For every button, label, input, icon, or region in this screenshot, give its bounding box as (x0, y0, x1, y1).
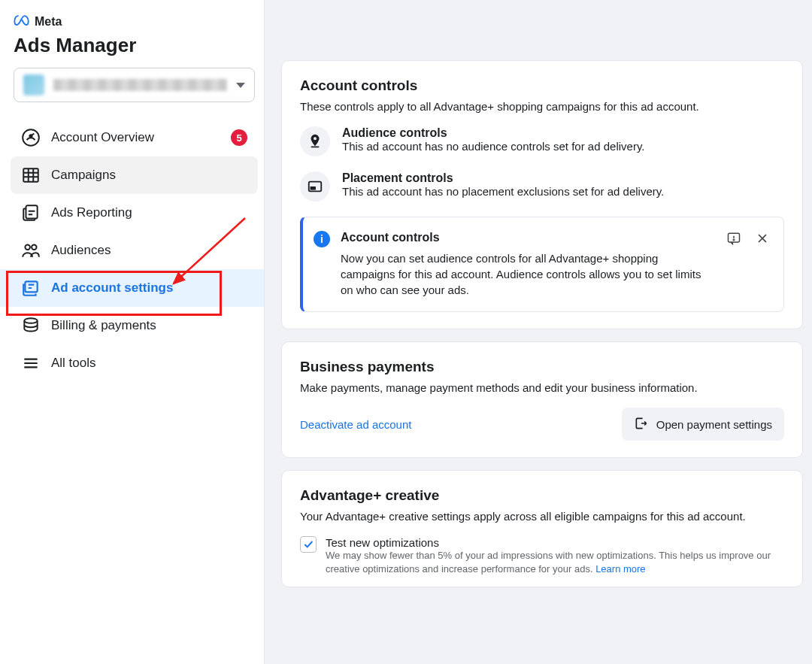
account-name-redacted (53, 79, 227, 91)
row-desc: This ad account has no audience controls… (342, 140, 784, 153)
close-icon[interactable] (755, 231, 770, 248)
main: Account controls These controls apply to… (265, 0, 812, 664)
brand-name: Meta (35, 15, 62, 29)
svg-rect-2 (23, 168, 38, 181)
business-payments-card: Business payments Make payments, manage … (281, 341, 803, 458)
feedback-icon[interactable] (726, 231, 741, 248)
row-desc: This ad account has no placement exclusi… (342, 185, 784, 198)
checkbox-label: Test new optimizations (326, 536, 784, 549)
sidebar-item-label: Ads Reporting (51, 205, 132, 220)
external-icon (634, 416, 649, 433)
nav-badge: 5 (231, 129, 247, 146)
svg-rect-10 (311, 187, 316, 189)
sidebar-item-account-overview[interactable]: Account Overview 5 (11, 119, 258, 156)
info-title: Account controls (341, 231, 716, 244)
open-payment-settings-button[interactable]: Open payment settings (622, 408, 784, 441)
checkbox-desc: We may show fewer than 5% of your ad imp… (326, 549, 784, 576)
app-title: Ads Manager (14, 34, 255, 57)
svg-rect-6 (25, 281, 37, 292)
gauge-icon (21, 128, 41, 147)
sidebar-item-label: Audiences (51, 243, 111, 258)
sidebar-item-label: All tools (51, 356, 96, 371)
card-subtitle: These controls apply to all Advantage+ s… (300, 100, 784, 113)
card-title: Account controls (300, 77, 784, 94)
learn-more-link[interactable]: Learn more (595, 563, 645, 575)
svg-rect-3 (26, 205, 38, 218)
svg-point-7 (24, 318, 37, 323)
sidebar-item-audiences[interactable]: Audiences (11, 232, 258, 269)
card-subtitle: Your Advantage+ creative settings apply … (300, 510, 784, 523)
checkbox-checked[interactable] (300, 536, 317, 553)
sidebar-item-all-tools[interactable]: All tools (11, 344, 258, 382)
svg-point-5 (32, 244, 37, 250)
people-icon (21, 241, 41, 260)
row-title: Audience controls (342, 126, 784, 140)
svg-rect-8 (311, 146, 320, 147)
sidebar-item-label: Campaigns (51, 168, 116, 183)
card-subtitle: Make payments, manage payment methods an… (300, 381, 784, 394)
coins-icon (21, 316, 41, 335)
svg-point-12 (733, 239, 734, 240)
account-controls-card: Account controls These controls apply to… (281, 60, 803, 329)
sidebar-item-campaigns[interactable]: Campaigns (11, 156, 258, 194)
deactivate-account-link[interactable]: Deactivate ad account (300, 418, 411, 431)
card-title: Business payments (300, 359, 784, 375)
nav: Account Overview 5 Campaigns Ads Reporti… (11, 119, 258, 382)
audience-controls-row[interactable]: Audience controls This ad account has no… (300, 126, 784, 156)
sidebar-item-label: Billing & payments (51, 318, 156, 333)
sidebar: Meta Ads Manager Account Overview 5 Camp… (0, 0, 265, 664)
sidebar-item-ad-account-settings[interactable]: Ad account settings (0, 269, 264, 307)
location-pin-icon (300, 126, 330, 156)
info-panel: i Account controls Now you can set audie… (300, 217, 784, 312)
menu-icon (21, 353, 41, 373)
row-title: Placement controls (342, 171, 784, 185)
info-icon: i (314, 231, 330, 247)
settings-card-icon (21, 278, 41, 298)
table-grid-icon (21, 165, 41, 185)
test-optimizations-row[interactable]: Test new optimizations We may show fewer… (300, 536, 784, 576)
account-avatar (23, 74, 44, 96)
sidebar-item-label: Account Overview (51, 130, 154, 145)
meta-logo-icon (14, 12, 30, 31)
brand: Meta (14, 12, 253, 31)
sidebar-item-ads-reporting[interactable]: Ads Reporting (11, 194, 258, 232)
advantage-creative-card: Advantage+ creative Your Advantage+ crea… (281, 470, 803, 587)
caret-down-icon (236, 83, 245, 88)
sidebar-item-label: Ad account settings (51, 280, 173, 296)
sidebar-item-billing-payments[interactable]: Billing & payments (11, 307, 258, 344)
reports-icon (21, 203, 41, 223)
svg-point-4 (25, 244, 30, 250)
card-title: Advantage+ creative (300, 487, 784, 504)
button-label: Open payment settings (656, 418, 772, 431)
info-desc: Now you can set audience controls for al… (341, 250, 716, 298)
account-picker[interactable] (14, 68, 255, 102)
placement-icon (300, 171, 330, 202)
placement-controls-row[interactable]: Placement controls This ad account has n… (300, 171, 784, 202)
